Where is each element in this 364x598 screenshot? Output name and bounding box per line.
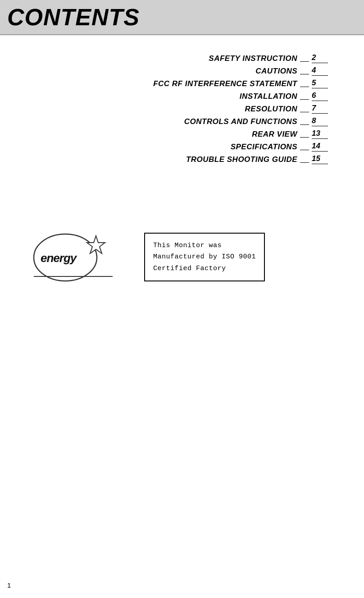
toc-row: SAFETY INSTRUCTION2 [67,53,328,63]
bottom-section: energy This Monitor was Manufactured by … [0,212,364,302]
toc-row: SPECIFICATIONS14 [67,142,328,152]
toc-spacer [300,87,309,87]
toc-row: TROUBLE SHOOTING GUIDE15 [67,154,328,164]
toc-spacer [300,162,309,163]
page-header: CONTENTS [0,0,364,35]
toc-page-number: 2 [312,53,328,63]
page-number: 1 [7,581,11,589]
page-title: CONTENTS [7,4,140,30]
toc-page-number: 14 [312,142,328,152]
toc-label: SAFETY INSTRUCTION [67,54,297,63]
toc-page-number: 8 [312,116,328,126]
toc-page-number: 13 [312,129,328,139]
toc-label: FCC RF INTERFERENCE STATEMENT [67,79,297,88]
toc-row: RESOLUTION7 [67,104,328,114]
toc-label: CAUTIONS [67,67,297,76]
cert-text-line3: Certified Factory [153,265,226,272]
toc-row: CONTROLS AND FUNCTIONS8 [67,116,328,126]
svg-text:energy: energy [41,251,77,265]
toc-row: REAR VIEW13 [67,129,328,139]
toc-label: TROUBLE SHOOTING GUIDE [67,155,297,164]
toc-spacer [300,74,309,74]
toc-spacer [300,61,309,62]
toc-spacer [300,99,309,100]
toc-table: SAFETY INSTRUCTION2CAUTIONS4FCC RF INTER… [67,53,328,167]
toc-page-number: 15 [312,154,328,164]
toc-label: SPECIFICATIONS [67,143,297,152]
toc-label: INSTALLATION [67,92,297,101]
toc-page-number: 7 [312,104,328,114]
toc-spacer [300,137,309,138]
cert-text-line1: This Monitor was [153,242,222,249]
toc-row: INSTALLATION6 [67,91,328,101]
toc-section: SAFETY INSTRUCTION2CAUTIONS4FCC RF INTER… [0,35,364,185]
toc-spacer [300,150,309,150]
cert-box: This Monitor was Manufactured by ISO 900… [144,233,265,282]
brand-logo: energy [27,230,117,284]
toc-row: FCC RF INTERFERENCE STATEMENT5 [67,78,328,88]
cert-text-line2: Manufactured by ISO 9001 [153,253,256,261]
toc-label: RESOLUTION [67,105,297,114]
toc-page-number: 5 [312,78,328,88]
toc-spacer [300,112,309,112]
toc-label: CONTROLS AND FUNCTIONS [67,117,297,126]
toc-page-number: 6 [312,91,328,101]
toc-page-number: 4 [312,66,328,76]
toc-label: REAR VIEW [67,130,297,139]
toc-spacer [300,124,309,125]
toc-row: CAUTIONS4 [67,66,328,76]
